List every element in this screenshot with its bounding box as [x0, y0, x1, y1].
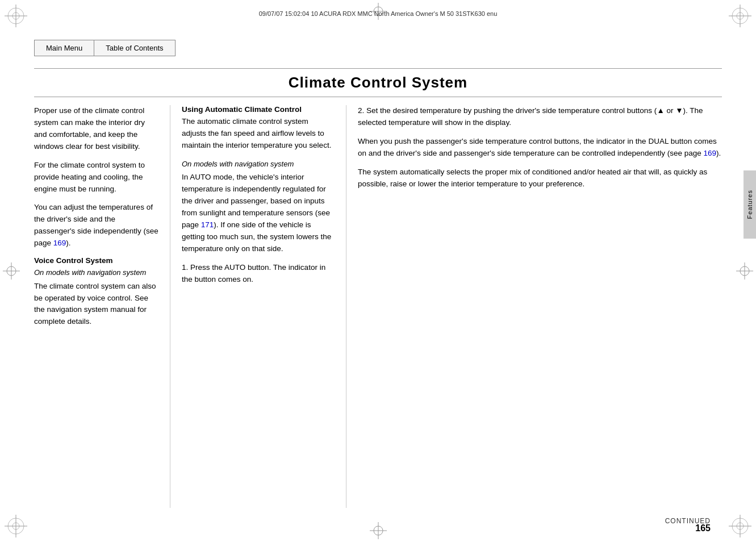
- column-1: Proper use of the climate control system…: [34, 105, 170, 508]
- registration-mark-bottom: [370, 522, 387, 539]
- col2-link-171[interactable]: 171: [201, 220, 214, 229]
- col3-para1: When you push the passenger's side tempe…: [358, 136, 722, 160]
- col1-para4: The climate control system can also be o…: [34, 281, 158, 328]
- corner-decoration-bl: [5, 515, 27, 537]
- corner-decoration-tl: [5, 5, 27, 27]
- sidebar-features-tab: Features: [744, 170, 756, 239]
- col2-step1: 1. Press the AUTO button. The indicator …: [182, 262, 335, 286]
- registration-mark-left: [3, 262, 20, 280]
- toc-button[interactable]: Table of Contents: [94, 40, 175, 56]
- col1-italic1: On models with navigation system: [34, 267, 158, 278]
- col2-para2: In AUTO mode, the vehicle's interior tem…: [182, 172, 335, 255]
- content-area: Proper use of the climate control system…: [34, 105, 722, 508]
- col1-heading1: Voice Control System: [34, 256, 158, 265]
- column-2: Using Automatic Climate Control The auto…: [170, 105, 346, 508]
- corner-decoration-tr: [729, 5, 751, 27]
- corner-decoration-br: [729, 515, 751, 537]
- title-divider: [34, 97, 722, 97]
- page-title: Climate Control System: [34, 74, 722, 91]
- page-number: 165: [695, 523, 711, 533]
- main-menu-button[interactable]: Main Menu: [34, 40, 94, 56]
- col3-link-169[interactable]: 169: [704, 149, 717, 157]
- col1-para3: You can adjust the temperatures of the d…: [34, 202, 158, 249]
- metadata-text: 09/07/07 15:02:04 10 ACURA RDX MMC North…: [259, 10, 498, 17]
- col1-para2: For the climate control system to provid…: [34, 160, 158, 195]
- sidebar-label: Features: [746, 190, 753, 219]
- col3-step2: 2. Set the desired temperature by pushin…: [358, 105, 722, 129]
- col3-para2: The system automatically selects the pro…: [358, 166, 722, 190]
- col2-italic1: On models with navigation system: [182, 159, 335, 170]
- registration-mark-right: [736, 262, 753, 280]
- col1-link-169[interactable]: 169: [53, 239, 66, 247]
- column-3: 2. Set the desired temperature by pushin…: [346, 105, 722, 508]
- metadata-line: 09/07/07 15:02:04 10 ACURA RDX MMC North…: [34, 10, 722, 17]
- col1-para1: Proper use of the climate control system…: [34, 105, 158, 153]
- col2-para1: The automatic climate control system adj…: [182, 116, 335, 152]
- nav-area: Main Menu Table of Contents: [34, 40, 722, 56]
- top-divider: [34, 68, 722, 69]
- col2-heading1: Using Automatic Climate Control: [182, 105, 335, 114]
